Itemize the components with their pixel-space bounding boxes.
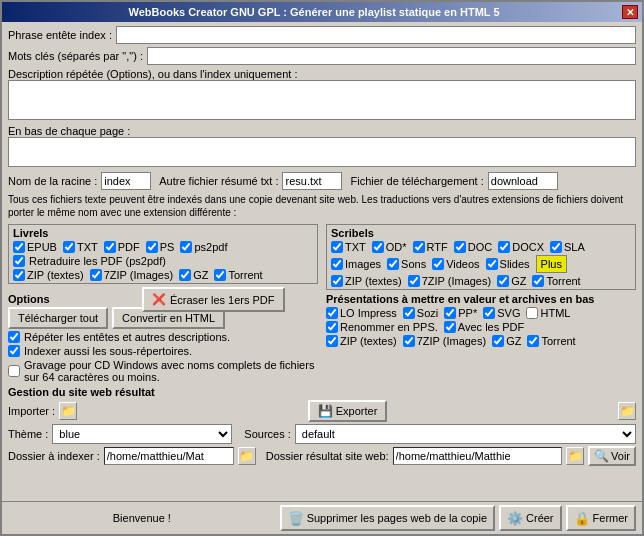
images-item: Images [331,258,381,270]
phrase-input[interactable] [116,26,636,44]
p-zip-checkbox[interactable] [326,335,338,347]
od-star-checkbox[interactable] [372,241,384,253]
doc-label: DOC [468,241,492,253]
livrels-checkboxes: EPUB TXT PDF PS [13,241,313,253]
sons-label: Sons [401,258,426,270]
p-gz-checkbox[interactable] [492,335,504,347]
renommer-item: Renommer en PPS. [326,321,438,333]
description-textarea[interactable] [8,80,636,120]
p-torrent-checkbox[interactable] [527,335,539,347]
s-torrent-checkbox[interactable] [532,275,544,287]
supprimer-button[interactable]: 🗑️ Supprimer les pages web de la copie [280,505,495,531]
sources-select[interactable]: default [295,424,636,444]
p-7zip-checkbox[interactable] [403,335,415,347]
importer-folder-btn[interactable]: 📁 [59,402,77,420]
sla-checkbox[interactable] [550,241,562,253]
voir-icon: 🔍 [594,449,609,463]
7zip-images-checkbox[interactable] [90,269,102,281]
fermer-label: Fermer [593,512,628,524]
ps2pdf-label: ps2pdf [194,241,227,253]
repeter-row: Répéter les entêtes et autres descriptio… [8,331,318,343]
indexer-checkbox[interactable] [8,345,20,357]
retraduire-checkbox[interactable] [13,255,25,267]
supprimer-icon: 🗑️ [288,511,304,526]
export-folder-btn[interactable]: 📁 [618,402,636,420]
pdf-checkbox[interactable] [104,241,116,253]
videos-label: Videos [446,258,479,270]
bottom-bar: Bienvenue ! 🗑️ Supprimer les pages web d… [2,501,642,534]
close-button[interactable]: ✕ [622,5,638,19]
videos-checkbox[interactable] [432,258,444,270]
retraduire-row: Retraduire les PDF (ps2pdf) [13,255,313,267]
gz-item: GZ [179,269,208,281]
txt-star-label: TXT [345,241,366,253]
slides-checkbox[interactable] [486,258,498,270]
mots-cles-input[interactable] [147,47,636,65]
phrase-label: Phrase entête index : [8,29,112,41]
scribels-group: Scribels TXT OD* RTF [326,224,636,290]
livrels-group: Livrels EPUB TXT PDF [8,224,318,284]
sons-checkbox[interactable] [387,258,399,270]
avec-pdf-checkbox[interactable] [444,321,456,333]
txt-star-checkbox[interactable] [331,241,343,253]
files-row: Nom de la racine : Autre fichier résumé … [8,172,636,190]
gz-checkbox[interactable] [179,269,191,281]
s-zip-textes-checkbox[interactable] [331,275,343,287]
ps2pdf-checkbox[interactable] [180,241,192,253]
dossier-resultat-input[interactable] [393,447,562,465]
creer-button[interactable]: ⚙️ Créer [499,505,562,531]
ps2pdf-item: ps2pdf [180,241,227,253]
mots-cles-label: Mots clés (séparés par ",") : [8,50,143,62]
p-torrent-label: Torrent [541,335,575,347]
dossier-label: Dossier à indexer : [8,450,100,462]
p-7zip-item: 7ZIP (Images) [403,335,487,347]
resultat-folder-btn[interactable]: 📁 [566,447,584,465]
torrent-checkbox[interactable] [214,269,226,281]
s-gz-checkbox[interactable] [497,275,509,287]
txt-checkbox[interactable] [63,241,75,253]
renommer-checkbox[interactable] [326,321,338,333]
rtf-checkbox[interactable] [413,241,425,253]
fichier-telechargement-input[interactable] [488,172,558,190]
export-button[interactable]: 💾 Exporter [308,400,388,422]
autre-fichier-input[interactable] [282,172,342,190]
docx-checkbox[interactable] [498,241,510,253]
s-7zip-images-checkbox[interactable] [408,275,420,287]
ps-checkbox[interactable] [146,241,158,253]
repeter-checkbox[interactable] [8,331,20,343]
indexer-label: Indexer aussi les sous-répertoires. [24,345,192,357]
pp-checkbox[interactable] [444,307,456,319]
ecraser-popup: ❌ Écraser les 1ers PDF [142,287,285,312]
telecharger-button[interactable]: Télécharger tout [8,307,108,329]
dossier-folder-btn[interactable]: 📁 [238,447,256,465]
txt-item: TXT [63,241,98,253]
gravage-row: Gravage pour CD Windows avec noms comple… [8,359,318,383]
sozi-checkbox[interactable] [403,307,415,319]
svg-checkbox[interactable] [483,307,495,319]
pdf-label: PDF [118,241,140,253]
rtf-label: RTF [427,241,448,253]
retraduire-label: Retraduire les PDF (ps2pdf) [29,255,166,267]
doc-checkbox[interactable] [454,241,466,253]
zip-textes-checkbox[interactable] [13,269,25,281]
lo-impress-checkbox[interactable] [326,307,338,319]
doc-item: DOC [454,241,492,253]
plus-button[interactable]: Plus [536,255,567,273]
images-checkbox[interactable] [331,258,343,270]
voir-button[interactable]: 🔍 Voir [588,446,636,466]
epub-checkbox[interactable] [13,241,25,253]
fermer-button[interactable]: 🔒 Fermer [566,505,636,531]
scribels-title: Scribels [331,227,631,239]
nom-racine-input[interactable] [101,172,151,190]
sozi-item: Sozi [403,307,438,319]
dossier-input[interactable] [104,447,234,465]
p-torrent-item: Torrent [527,335,575,347]
dossier-resultat-label: Dossier résultat site web: [266,450,389,462]
scribels-checkboxes: TXT OD* RTF DOC [331,241,631,253]
bas-page-textarea[interactable] [8,137,636,167]
html-checkbox[interactable] [526,307,538,319]
theme-select[interactable]: blue [52,424,232,444]
presentations-checkboxes: LO Impress Sozi PP* SVG [326,307,636,319]
gravage-checkbox[interactable] [8,365,20,377]
docx-item: DOCX [498,241,544,253]
